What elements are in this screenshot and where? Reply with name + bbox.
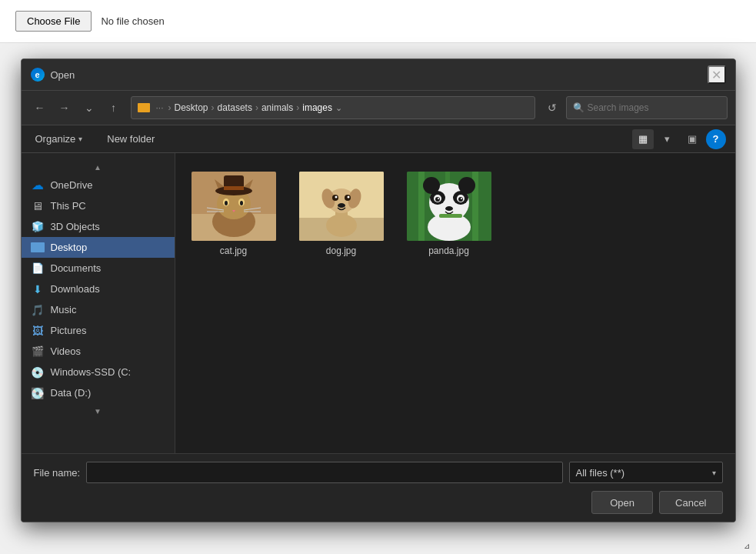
svg-point-29 <box>347 196 349 199</box>
filetype-dropdown[interactable]: All files (**) ▾ <box>569 462 723 483</box>
music-icon: 🎵 <box>31 305 45 315</box>
pictures-icon: 🖼 <box>31 325 45 336</box>
breadcrumb-sep-0: ··· <box>156 102 164 113</box>
view-arrow-button[interactable]: ▾ <box>657 129 678 149</box>
buttons-row: Open Cancel <box>34 491 723 514</box>
close-button[interactable]: ✕ <box>708 65 726 84</box>
no-file-label: No file chosen <box>101 15 164 27</box>
breadcrumb-desktop[interactable]: Desktop <box>175 102 208 113</box>
svg-rect-49 <box>439 214 462 218</box>
breadcrumb-datasets[interactable]: datasets <box>218 102 252 113</box>
svg-point-48 <box>458 177 475 194</box>
svg-point-11 <box>225 201 228 205</box>
onedrive-icon: ☁ <box>31 180 45 191</box>
dialog-backdrop: e Open ✕ ← → ⌄ ↑ ··· › Desktop › dataset… <box>0 43 756 522</box>
svg-point-12 <box>240 201 243 205</box>
sidebar: ▲ ☁ OneDrive 🖥 This PC 🧊 3D Objects Desk… <box>22 153 175 453</box>
sidebar-item-pictures[interactable]: 🖼 Pictures <box>22 320 175 341</box>
refresh-button[interactable]: ↺ <box>541 97 563 118</box>
sidebar-windows-ssd-label: Windows-SSD (C: <box>51 366 132 378</box>
cat-thumbnail-svg <box>191 172 276 241</box>
top-bar: Choose File No file chosen <box>0 0 756 43</box>
svg-rect-33 <box>418 172 425 241</box>
sidebar-downloads-label: Downloads <box>51 283 100 295</box>
sidebar-item-desktop[interactable]: Desktop <box>22 237 175 258</box>
browser-icon: e <box>31 68 45 82</box>
sidebar-item-music[interactable]: 🎵 Music <box>22 299 175 320</box>
sidebar-scroll-up[interactable]: ▲ <box>22 159 175 175</box>
help-button[interactable]: ? <box>706 129 726 149</box>
view-buttons: ▦ ▾ ▣ ? <box>632 129 726 149</box>
svg-point-43 <box>458 197 463 202</box>
sidebar-item-windows-ssd[interactable]: 💿 Windows-SSD (C: <box>22 362 175 382</box>
desktop-icon <box>31 242 45 252</box>
file-name-cat: cat.jpg <box>220 245 247 256</box>
back-button[interactable]: ← <box>29 97 51 118</box>
svg-point-42 <box>435 197 440 202</box>
sidebar-item-this-pc[interactable]: 🖥 This PC <box>22 195 175 216</box>
sidebar-item-data-drive[interactable]: 💽 Data (D:) <box>22 382 175 403</box>
this-pc-icon: 🖥 <box>31 201 45 212</box>
svg-rect-8 <box>224 186 244 190</box>
main-area: ▲ ☁ OneDrive 🖥 This PC 🧊 3D Objects Desk… <box>22 153 735 453</box>
svg-point-47 <box>423 177 440 194</box>
sidebar-music-label: Music <box>51 304 77 315</box>
organize-arrow: ▾ <box>78 135 82 143</box>
downloads-icon: ⬇ <box>31 284 45 295</box>
svg-point-28 <box>335 196 337 199</box>
sidebar-scroll-down[interactable]: ▼ <box>22 403 175 419</box>
cancel-button[interactable]: Cancel <box>659 491 722 514</box>
breadcrumb-animals[interactable]: animals <box>261 102 293 113</box>
action-bar: Organize ▾ New folder ▦ ▾ ▣ ? <box>22 125 735 153</box>
dropdown-button[interactable]: ⌄ <box>78 97 100 118</box>
svg-point-44 <box>438 198 439 199</box>
search-input[interactable] <box>588 102 721 113</box>
sidebar-videos-label: Videos <box>51 345 82 357</box>
file-thumb-cat <box>191 172 276 241</box>
up-button[interactable]: ↑ <box>103 97 125 118</box>
svg-point-30 <box>338 203 345 208</box>
sidebar-documents-label: Documents <box>51 262 102 274</box>
sidebar-item-3d-objects[interactable]: 🧊 3D Objects <box>22 216 175 237</box>
organize-button[interactable]: Organize ▾ <box>31 131 88 147</box>
sidebar-item-downloads[interactable]: ⬇ Downloads <box>22 279 175 299</box>
sidebar-item-videos[interactable]: 🎬 Videos <box>22 341 175 362</box>
view-pane-button[interactable]: ▣ <box>681 129 703 149</box>
new-folder-button[interactable]: New folder <box>102 131 159 147</box>
sidebar-data-drive-label: Data (D:) <box>51 387 92 399</box>
filename-label: File name: <box>34 467 81 479</box>
choose-file-button[interactable]: Choose File <box>15 11 92 32</box>
3d-objects-icon: 🧊 <box>31 222 45 232</box>
file-thumb-panda <box>407 172 491 241</box>
breadcrumb-arrow-3: › <box>255 102 258 113</box>
svg-point-46 <box>445 206 453 211</box>
breadcrumb-images[interactable]: images <box>302 102 332 113</box>
view-grid-button[interactable]: ▦ <box>632 129 654 149</box>
sidebar-item-onedrive[interactable]: ☁ OneDrive <box>22 175 175 195</box>
sidebar-pictures-label: Pictures <box>51 325 87 336</box>
breadcrumb-folder-icon <box>138 103 150 112</box>
open-button[interactable]: Open <box>591 491 653 514</box>
title-bar-left: e Open <box>31 68 75 82</box>
filetype-label: All files (**) <box>576 467 625 479</box>
file-item-cat[interactable]: cat.jpg <box>188 165 280 262</box>
file-thumb-dog <box>299 172 384 241</box>
sidebar-item-documents[interactable]: 📄 Documents <box>22 258 175 279</box>
search-bar: 🔍 <box>566 96 728 119</box>
forward-button[interactable]: → <box>54 97 75 118</box>
breadcrumb-dropdown-arrow[interactable]: ⌄ <box>335 103 342 113</box>
breadcrumb-arrow-4: › <box>296 102 299 113</box>
file-name-panda: panda.jpg <box>428 245 469 256</box>
videos-icon: 🎬 <box>31 346 45 357</box>
filename-input[interactable] <box>86 462 562 483</box>
file-item-panda[interactable]: panda.jpg <box>403 165 495 262</box>
documents-icon: 📄 <box>31 263 45 274</box>
breadcrumb-arrow-1: › <box>168 102 172 113</box>
file-name-dog: dog.jpg <box>326 245 356 256</box>
filetype-dropdown-arrow: ▾ <box>712 469 716 477</box>
dialog-title: Open <box>51 69 75 81</box>
panda-thumbnail-svg <box>407 172 491 241</box>
sidebar-desktop-label: Desktop <box>51 242 88 253</box>
file-item-dog[interactable]: dog.jpg <box>295 165 388 262</box>
breadcrumb-bar[interactable]: ··· › Desktop › datasets › animals › ima… <box>131 96 535 119</box>
